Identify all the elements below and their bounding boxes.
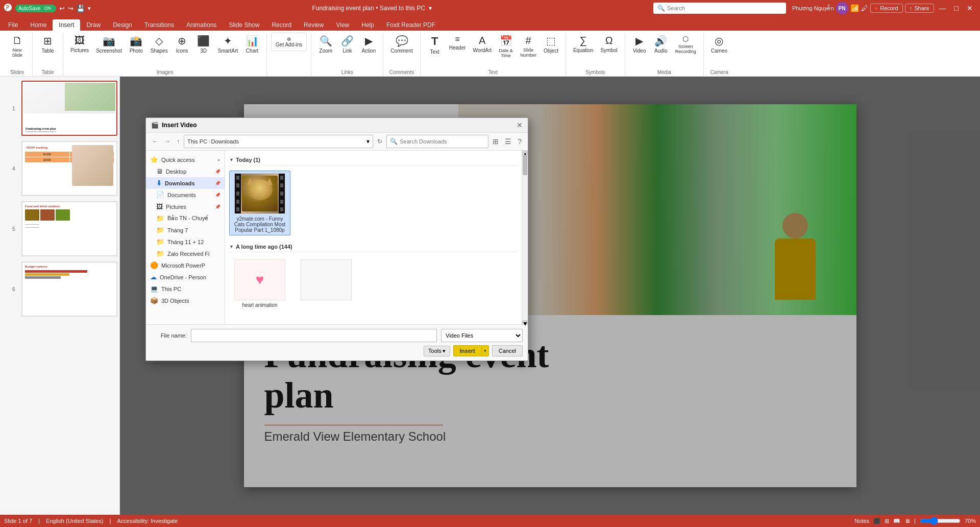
comment-button[interactable]: 💬 Comment xyxy=(387,33,415,56)
tab-transitions[interactable]: Transitions xyxy=(138,19,180,31)
nav-desktop[interactable]: 🖥 Desktop 📌 xyxy=(146,165,225,177)
photo-button[interactable]: 📸 Photo xyxy=(126,33,146,56)
notes-button[interactable]: Notes xyxy=(854,518,869,524)
tab-record[interactable]: Record xyxy=(265,19,298,31)
nav-onedrive[interactable]: ☁ OneDrive - Person xyxy=(146,271,225,283)
dialog-close-button[interactable]: ✕ xyxy=(517,121,523,129)
nav-folder-zalo[interactable]: 📁 Zalo Received Fi xyxy=(146,248,225,259)
get-addins-button[interactable]: ⊕ Get Add-ins xyxy=(271,33,307,51)
dialog-search-input[interactable] xyxy=(400,138,485,145)
view-presenter-icon[interactable]: 🖥 xyxy=(904,518,910,524)
file-item-heart[interactable]: ♥ heart animation xyxy=(229,257,290,310)
nav-documents[interactable]: 📄 Documents 📌 xyxy=(146,189,225,201)
tab-animations[interactable]: Animations xyxy=(180,19,223,31)
file-item-cat-video[interactable]: y2mate.com - Funny Cats Compilation Most… xyxy=(229,171,290,235)
date-button[interactable]: 📅 Date &Time xyxy=(496,33,516,60)
help-button[interactable]: ? xyxy=(516,136,524,147)
action-button[interactable]: ▶ Action xyxy=(358,33,379,56)
tab-view[interactable]: View xyxy=(330,19,355,31)
insert-button[interactable]: Insert ▾ xyxy=(453,345,489,356)
nav-3d-objects[interactable]: 📦 3D Objects xyxy=(146,295,225,306)
cameo-button[interactable]: ◎ Cameo xyxy=(708,33,730,56)
close-button[interactable]: ✕ xyxy=(964,4,976,12)
nav-quick-access[interactable]: ⭐ Quick access ▸ xyxy=(146,154,225,165)
dialog-scrollbar[interactable]: ▲ ▼ xyxy=(522,151,528,324)
view-normal-icon[interactable]: ⬛ xyxy=(873,518,880,524)
link-button[interactable]: 🔗 Link xyxy=(337,33,357,56)
equation-button[interactable]: ∑ Equation xyxy=(570,33,596,55)
nav-refresh-button[interactable]: ↻ xyxy=(375,137,384,146)
screenshot-button[interactable]: 📷 Screenshot xyxy=(93,33,125,56)
scrollbar-thumb[interactable] xyxy=(523,155,527,175)
icons-button[interactable]: ⊕ Icons xyxy=(172,33,192,56)
nav-microsoft-pp[interactable]: 🟠 Microsoft PowerP xyxy=(146,259,225,271)
smartart-button[interactable]: ✦ SmartArt xyxy=(215,33,241,56)
slide-thumb-4[interactable]: RSVP tracking 61/100 14/100 16/100 8/100 xyxy=(21,141,117,196)
slide-thumb-6[interactable]: Budget options xyxy=(21,261,117,317)
scroll-down-btn[interactable]: ▼ xyxy=(522,320,528,324)
audio-button[interactable]: 🔊 Audio xyxy=(651,33,671,56)
3d-button[interactable]: ⬛ 3D xyxy=(193,33,214,56)
autosave-toggle[interactable]: AutoSave ON xyxy=(15,5,56,12)
record-button-title[interactable]: ● Record xyxy=(870,4,903,13)
nav-forward-button[interactable]: → xyxy=(162,137,173,146)
header-footer-button[interactable]: ≡ Header xyxy=(446,33,469,53)
nav-folder-thang7[interactable]: 📁 Tháng 7 xyxy=(146,224,225,236)
text-button[interactable]: T Text xyxy=(425,33,445,57)
view-list-button[interactable]: ☰ xyxy=(503,136,513,147)
nav-folder-bao[interactable]: 📁 Bảo TN - Chuyể xyxy=(146,212,225,224)
tab-file[interactable]: File xyxy=(2,19,24,31)
share-button-title[interactable]: ↑ Share xyxy=(905,4,934,13)
nav-pictures[interactable]: 🖼 Pictures 📌 xyxy=(146,201,225,212)
nav-downloads[interactable]: ⬇ Downloads 📌 xyxy=(146,177,225,189)
breadcrumb-thispc[interactable]: This PC xyxy=(187,138,207,145)
zoom-button[interactable]: 🔍 Zoom xyxy=(315,33,336,56)
breadcrumb-downloads[interactable]: Downloads xyxy=(211,138,238,145)
symbol-button[interactable]: Ω Symbol xyxy=(597,33,620,55)
file-item-blank-1[interactable] xyxy=(296,257,357,310)
pictures-button[interactable]: 🖼 Pictures xyxy=(67,33,92,55)
tab-review[interactable]: Review xyxy=(298,19,330,31)
breadcrumb-dropdown-icon[interactable]: ▾ xyxy=(366,138,370,145)
slide-thumb-1[interactable]: Fundraising event plan Emerald View Elem… xyxy=(21,81,117,136)
scroll-up-btn[interactable]: ▲ xyxy=(522,151,528,155)
maximize-button[interactable]: □ xyxy=(951,4,962,12)
insert-dropdown-arrow[interactable]: ▾ xyxy=(481,346,488,355)
tab-home[interactable]: Home xyxy=(24,19,53,31)
new-slide-button[interactable]: 🗋 NewSlide xyxy=(7,33,28,60)
tools-button[interactable]: Tools ▾ xyxy=(424,346,450,356)
view-slide-sorter-icon[interactable]: ⊞ xyxy=(885,518,889,524)
minimize-button[interactable]: — xyxy=(936,4,949,12)
title-dropdown-icon[interactable]: ▾ xyxy=(429,5,432,12)
dialog-breadcrumb[interactable]: This PC › Downloads ▾ xyxy=(184,135,373,148)
nav-back-button[interactable]: ← xyxy=(150,137,160,146)
search-input[interactable] xyxy=(667,5,782,11)
redo-button[interactable]: ↪ xyxy=(68,5,74,12)
dialog-search-box[interactable]: 🔍 xyxy=(386,135,488,148)
filetype-select[interactable]: Video Files All Files xyxy=(441,329,523,342)
chart-button[interactable]: 📊 Chart xyxy=(242,33,262,56)
tab-help[interactable]: Help xyxy=(355,19,380,31)
nav-folder-thang11[interactable]: 📁 Tháng 11 + 12 xyxy=(146,236,225,248)
long-ago-toggle[interactable]: ▼ xyxy=(229,244,234,249)
slide-thumb-5[interactable]: Food and drink vendors _________________… xyxy=(21,201,117,256)
tab-slideshow[interactable]: Slide Show xyxy=(223,19,265,31)
view-reading-icon[interactable]: 📖 xyxy=(893,518,900,524)
tab-design[interactable]: Design xyxy=(107,19,138,31)
zoom-slider[interactable] xyxy=(920,517,961,525)
slide-number-button[interactable]: # SlideNumber xyxy=(517,33,540,60)
shapes-button[interactable]: ◇ Shapes xyxy=(148,33,171,56)
cancel-button[interactable]: Cancel xyxy=(492,345,523,356)
table-button[interactable]: ⊞ Table xyxy=(38,33,58,56)
tab-draw[interactable]: Draw xyxy=(80,19,107,31)
filename-input[interactable] xyxy=(191,329,437,342)
nav-up-button[interactable]: ↑ xyxy=(175,137,182,146)
tab-insert[interactable]: Insert xyxy=(53,19,80,31)
video-button[interactable]: ▶ Video xyxy=(629,33,650,56)
object-button[interactable]: ⬚ Object xyxy=(541,33,561,56)
save-button[interactable]: 💾 xyxy=(77,5,85,12)
undo-button[interactable]: ↩ xyxy=(59,5,65,12)
today-toggle[interactable]: ▼ xyxy=(229,157,234,162)
nav-this-pc[interactable]: 💻 This PC xyxy=(146,283,225,295)
screen-recording-button[interactable]: ⬡ ScreenRecording xyxy=(672,33,699,56)
